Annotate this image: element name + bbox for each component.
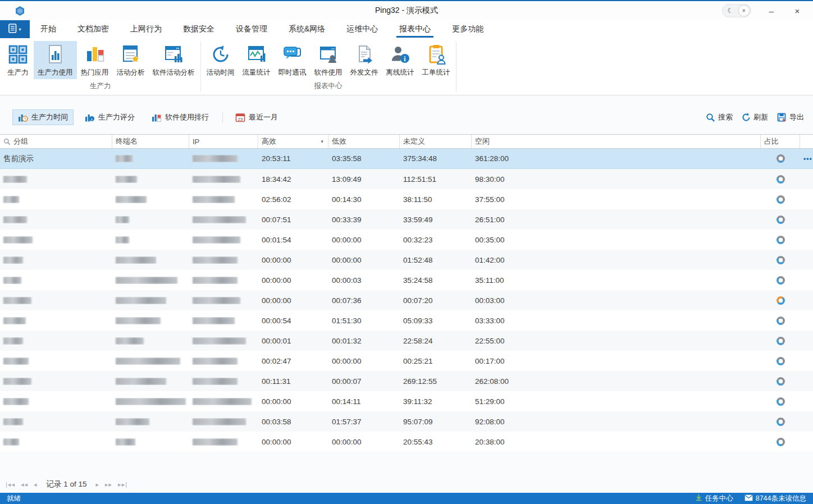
redacted-text xyxy=(3,398,29,405)
light-mode-icon[interactable]: ☀ xyxy=(738,5,750,16)
ratio-donut-icon xyxy=(777,175,785,184)
cell-terminal xyxy=(112,256,189,264)
cell-efficient-time: 02:56:02 xyxy=(258,195,328,204)
ribbon-item-流量统计[interactable]: 流量统计 xyxy=(239,41,275,79)
redacted-text xyxy=(116,196,147,203)
table-row[interactable]: 00:01:5400:00:0000:32:2300:35:00 xyxy=(0,230,813,250)
table-row[interactable]: 00:03:5801:57:3795:07:0992:08:00 xyxy=(0,411,813,432)
productivity-grid-icon xyxy=(7,44,29,65)
column-header-IP[interactable]: IP xyxy=(189,135,258,148)
table-row[interactable]: 00:07:5100:33:3933:59:4926:51:00 xyxy=(0,209,813,230)
cell-undefined-time: 22:58:24 xyxy=(400,337,472,345)
table-row[interactable]: 00:00:0100:01:3222:58:2422:55:00 xyxy=(0,331,813,351)
file-menu-button[interactable]: ▾ xyxy=(0,20,30,38)
column-header-空闲[interactable]: 空闲 xyxy=(472,135,761,148)
cell-group xyxy=(0,438,112,446)
table-row[interactable]: 售前演示20:53:1103:35:58375:34:48361:28:00••… xyxy=(0,149,813,169)
ribbon-item-生产力使用[interactable]: 生产力使用 xyxy=(34,41,77,79)
cell-undefined-time: 375:34:48 xyxy=(400,154,472,163)
column-header-占比[interactable]: 占比 xyxy=(761,135,800,148)
cell-terminal xyxy=(112,337,189,345)
table-row[interactable]: 00:00:0000:07:3600:07:2000:03:00 xyxy=(0,290,813,310)
refresh-icon xyxy=(742,113,751,122)
ribbon-item-热门应用[interactable]: 热门应用 xyxy=(77,41,113,79)
ribbon-item-活动时间[interactable]: 活动时间 xyxy=(203,41,239,79)
filter-dropdown-icon[interactable]: ▾ xyxy=(321,139,325,144)
view-button-软件使用排行[interactable]: 软件使用排行 xyxy=(146,109,214,125)
ribbon-item-生产力[interactable]: 生产力 xyxy=(2,41,34,79)
row-menu-button[interactable]: ••• xyxy=(803,155,812,163)
redacted-text xyxy=(116,216,129,223)
cell-inefficient-time: 01:51:30 xyxy=(328,317,400,325)
ribbon-item-离线统计[interactable]: i离线统计 xyxy=(382,41,418,79)
task-center-button[interactable]: 任务中心 xyxy=(695,494,733,503)
ribbon-item-外发文件[interactable]: 外发文件 xyxy=(346,41,382,79)
cell-undefined-time: 39:11:32 xyxy=(400,397,472,406)
column-header-终端名[interactable]: 终端名 xyxy=(112,135,189,148)
table-row[interactable]: 00:00:5401:51:3005:09:3303:33:00 xyxy=(0,310,813,331)
table-row[interactable]: 00:00:0000:00:0020:55:4320:38:00 xyxy=(0,432,813,452)
search-action-button[interactable]: 搜索 xyxy=(706,112,733,122)
ribbon-item-工单统计[interactable]: 工单统计 xyxy=(418,41,454,79)
date-filter-button[interactable]: 23最近一月 xyxy=(230,109,284,125)
column-header-低效[interactable]: 低效 xyxy=(328,135,400,148)
view-button-生产力时间[interactable]: 生产力时间 xyxy=(12,109,74,125)
table-row[interactable]: 00:11:3100:00:07269:12:55262:08:00 xyxy=(0,371,813,391)
tab-运维中心[interactable]: 运维中心 xyxy=(336,20,389,38)
tab-开始[interactable]: 开始 xyxy=(30,20,67,38)
report-content: 生产力时间i生产力评分软件使用排行23最近一月 搜索刷新导出 分组终端名IP高效… xyxy=(0,95,813,493)
tab-更多功能[interactable]: 更多功能 xyxy=(441,20,494,38)
tab-报表中心[interactable]: 报表中心 xyxy=(389,20,441,38)
chat-bubbles-icon xyxy=(281,44,304,65)
cell-ratio xyxy=(761,438,800,446)
ribbon-item-活动分析[interactable]: 活动分析 xyxy=(113,41,149,79)
cell-group xyxy=(0,256,112,264)
table-row[interactable]: 00:00:0000:00:0001:52:4801:42:00 xyxy=(0,250,813,270)
status-ready-label: 就绪 xyxy=(7,494,21,503)
column-header-未定义[interactable]: 未定义 xyxy=(400,135,472,148)
redacted-text xyxy=(3,176,27,183)
tab-系统&网络[interactable]: 系统&网络 xyxy=(278,20,336,38)
table-row[interactable]: 18:34:4213:09:49112:51:5198:30:00 xyxy=(0,169,813,189)
tab-设备管理[interactable]: 设备管理 xyxy=(225,20,278,38)
column-header-分组[interactable]: 分组 xyxy=(0,135,112,148)
cell-efficient-time: 20:53:11 xyxy=(258,154,328,163)
minimize-button[interactable]: – xyxy=(766,6,777,16)
cell-idle-time: 22:55:00 xyxy=(472,337,761,345)
table-row[interactable]: 00:00:0000:14:1139:11:3251:29:00 xyxy=(0,391,813,411)
ribbon-item-软件活动分析[interactable]: 软件活动分析 xyxy=(149,41,199,79)
column-header-menu[interactable] xyxy=(800,135,813,148)
cell-undefined-time: 05:09:33 xyxy=(400,317,472,325)
ribbon-item-即时通讯[interactable]: 即时通讯 xyxy=(275,41,310,79)
next-page-button[interactable]: ▸ xyxy=(96,481,100,488)
cell-terminal xyxy=(112,196,189,203)
tab-数据安全[interactable]: 数据安全 xyxy=(172,20,225,38)
cell-ip xyxy=(189,378,258,385)
table-row[interactable]: 00:00:0000:00:0335:24:5835:11:00 xyxy=(0,270,813,290)
ribbon-item-软件使用[interactable]: 软件使用 xyxy=(310,41,346,79)
unread-messages-button[interactable]: 8744条未读信息 xyxy=(745,494,806,503)
redacted-text xyxy=(116,418,149,425)
table-row[interactable]: 02:56:0200:14:3038:11:5037:55:00 xyxy=(0,189,813,209)
view-button-生产力评分[interactable]: i生产力评分 xyxy=(79,109,140,125)
export-icon xyxy=(777,113,787,122)
first-page-button[interactable]: |◂◂ xyxy=(6,481,15,488)
tab-文档加密[interactable]: 文档加密 xyxy=(67,20,120,38)
column-header-高效[interactable]: 高效▾ xyxy=(258,135,328,148)
toolbar-separator xyxy=(222,112,223,122)
prev-page-button[interactable]: ◂ xyxy=(34,481,38,488)
last-page-button[interactable]: ▸▸| xyxy=(118,481,127,488)
productivity-table: 分组终端名IP高效▾低效未定义空闲占比 售前演示20:53:1103:35:58… xyxy=(0,134,813,452)
fast-prev-button[interactable]: ◂◂ xyxy=(21,481,28,488)
close-button[interactable]: × xyxy=(792,6,803,16)
ratio-donut-icon xyxy=(777,317,785,325)
dark-mode-icon[interactable]: ☾ xyxy=(723,7,738,15)
export-action-button[interactable]: 导出 xyxy=(777,112,804,122)
statusbar: 就绪 任务中心 8744条未读信息 xyxy=(0,493,813,504)
table-row[interactable]: 00:02:4700:00:0000:25:2100:17:00 xyxy=(0,351,813,371)
theme-toggle[interactable]: ☾ ☀ xyxy=(722,4,751,17)
fast-next-button[interactable]: ▸▸ xyxy=(105,481,112,488)
tab-上网行为[interactable]: 上网行为 xyxy=(120,20,172,38)
offline-user-icon: i xyxy=(389,44,412,65)
refresh-action-button[interactable]: 刷新 xyxy=(742,112,768,122)
